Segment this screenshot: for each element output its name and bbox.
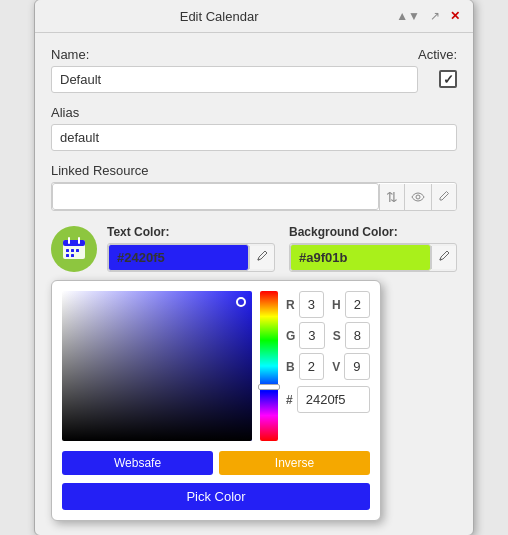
alias-row: Alias [51, 105, 457, 151]
dialog-body: Name: Active: Alias Linked Resource ⇅ [35, 33, 473, 535]
picker-buttons-row: Websafe Inverse [62, 451, 370, 475]
alias-label: Alias [51, 105, 457, 120]
linked-resource-input-wrapper: ⇅ [51, 182, 457, 211]
text-color-group: Text Color: [107, 225, 275, 272]
svg-rect-8 [66, 254, 69, 257]
alias-input[interactable] [51, 124, 457, 151]
rgb-b-row: B V [286, 353, 370, 380]
svg-rect-2 [63, 240, 85, 246]
hue-bar [260, 291, 278, 441]
color-fields: Text Color: Background Color: [107, 225, 457, 272]
svg-rect-7 [76, 249, 79, 252]
svg-point-0 [416, 195, 420, 199]
color-section: Text Color: Background Color: [51, 225, 457, 272]
name-label: Name: [51, 47, 418, 62]
dialog-title-bar: Edit Calendar ▲▼ ↗ ✕ [35, 0, 473, 33]
v-label: V [332, 360, 340, 374]
text-color-input-wrapper [107, 243, 275, 272]
name-input[interactable] [51, 66, 418, 93]
name-active-row: Name: Active: [51, 47, 457, 93]
picker-cursor [236, 297, 246, 307]
linked-resource-row: Linked Resource ⇅ [51, 163, 457, 211]
v-input[interactable] [344, 353, 370, 380]
active-checkbox[interactable] [439, 70, 457, 88]
svg-rect-6 [71, 249, 74, 252]
g-label: G [286, 329, 295, 343]
websafe-button[interactable]: Websafe [62, 451, 213, 475]
bg-color-label: Background Color: [289, 225, 457, 239]
text-color-label: Text Color: [107, 225, 275, 239]
name-field-group: Name: [51, 47, 418, 93]
edit-calendar-dialog: Edit Calendar ▲▼ ↗ ✕ Name: Active: Alias [34, 0, 474, 535]
r-label: R [286, 298, 295, 312]
r-input[interactable] [299, 291, 324, 318]
svg-point-11 [440, 259, 442, 261]
svg-rect-9 [71, 254, 74, 257]
bg-color-input-wrapper [289, 243, 457, 272]
minimize-button[interactable]: ▲▼ [393, 8, 423, 24]
hash-symbol: # [286, 393, 293, 407]
active-checkbox-container [439, 70, 457, 88]
pick-color-button[interactable]: Pick Color [62, 483, 370, 510]
title-buttons: ▲▼ ↗ ✕ [393, 8, 463, 24]
bg-color-group: Background Color: [289, 225, 457, 272]
svg-rect-5 [66, 249, 69, 252]
rgb-r-row: R H [286, 291, 370, 318]
b-input[interactable] [299, 353, 325, 380]
bg-color-input[interactable] [290, 244, 431, 271]
hue-cursor [258, 384, 280, 390]
hex-input[interactable] [297, 386, 370, 413]
bg-color-eyedropper[interactable] [431, 246, 456, 269]
h-label: H [332, 298, 341, 312]
text-color-eyedropper[interactable] [249, 246, 274, 269]
calendar-icon-circle [51, 226, 97, 272]
active-label: Active: [418, 47, 457, 62]
h-input[interactable] [345, 291, 370, 318]
color-gradient-box[interactable] [62, 291, 252, 441]
hue-bar-wrapper[interactable] [260, 291, 278, 441]
close-button[interactable]: ✕ [447, 8, 463, 24]
gradient-dark [62, 291, 252, 441]
linked-resource-label: Linked Resource [51, 163, 457, 178]
dialog-title: Edit Calendar [45, 9, 393, 24]
hash-row: # [286, 386, 370, 413]
b-label: B [286, 360, 295, 374]
text-color-input[interactable] [108, 244, 249, 271]
eye-icon[interactable] [404, 184, 431, 210]
calendar-icon [61, 236, 87, 262]
expand-button[interactable]: ↗ [427, 8, 443, 24]
svg-point-10 [258, 259, 260, 261]
color-picker-popup: R H G S B V [51, 280, 381, 521]
picker-top: R H G S B V [62, 291, 370, 441]
s-label: S [333, 329, 341, 343]
active-group: Active: [418, 47, 457, 88]
sort-icon[interactable]: ⇅ [379, 184, 404, 210]
s-input[interactable] [345, 322, 370, 349]
inverse-button[interactable]: Inverse [219, 451, 370, 475]
color-values: R H G S B V [286, 291, 370, 441]
g-input[interactable] [299, 322, 324, 349]
rgb-g-row: G S [286, 322, 370, 349]
pencil-icon[interactable] [431, 184, 456, 210]
linked-resource-input[interactable] [52, 183, 379, 210]
